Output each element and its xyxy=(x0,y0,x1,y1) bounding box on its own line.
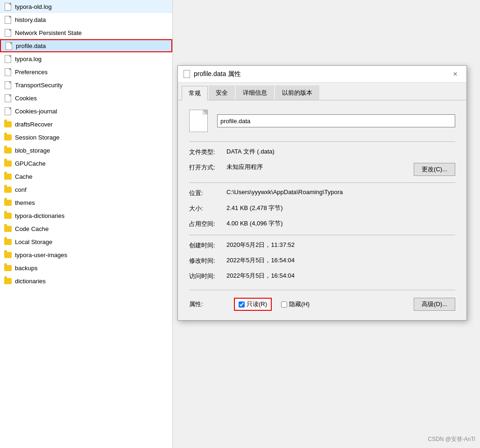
sizeondisk-row: 占用空间: 4.00 KB (4,096 字节) xyxy=(189,219,455,228)
created-label: 创建时间: xyxy=(189,241,226,250)
location-row: 位置: C:\Users\yyywxk\AppData\Roaming\Typo… xyxy=(189,189,455,197)
dialog-title-text: profile.data 属性 xyxy=(194,70,241,78)
file-name: Session Storage xyxy=(15,134,59,141)
folder-icon xyxy=(4,174,12,180)
folder-icon xyxy=(4,187,12,193)
file-explorer: typora-old.loghistory.dataNetwork Persis… xyxy=(0,0,173,448)
file-name: TransportSecurity xyxy=(15,82,63,89)
folder-icon xyxy=(4,121,12,127)
file-item[interactable]: TransportSecurity xyxy=(0,78,172,91)
file-item[interactable]: typora-old.log xyxy=(0,0,172,13)
folder-icon xyxy=(4,200,12,206)
tab-安全[interactable]: 安全 xyxy=(209,85,235,100)
tab-详细信息[interactable]: 详细信息 xyxy=(236,85,274,100)
size-row: 大小: 2.41 KB (2,478 字节) xyxy=(189,204,455,213)
openwith-label: 打开方式: xyxy=(189,163,226,172)
accessed-label: 访问时间: xyxy=(189,272,226,280)
file-item[interactable]: history.data xyxy=(0,13,172,26)
file-name: typora.log xyxy=(15,56,42,63)
readonly-checkbox-container: 只读(R) xyxy=(234,298,272,311)
sizeondisk-value: 4.00 KB (4,096 字节) xyxy=(226,219,455,228)
file-name: Cookies xyxy=(15,95,37,102)
folder-icon xyxy=(4,239,12,245)
dialog-tabs: 常规安全详细信息以前的版本 xyxy=(178,83,466,100)
filename-icon xyxy=(189,110,208,132)
folder-icon xyxy=(4,134,12,140)
file-item[interactable]: profile.data xyxy=(0,39,172,52)
folder-icon xyxy=(4,161,12,167)
size-value: 2.41 KB (2,478 字节) xyxy=(226,204,455,212)
prop-table: 文件类型: DATA 文件 (.data) 打开方式: 未知应用程序 更改(C)… xyxy=(189,147,455,280)
file-name: history.data xyxy=(15,16,46,23)
attrs-label: 属性: xyxy=(189,300,226,308)
file-name: themes xyxy=(15,199,35,206)
filetype-row: 文件类型: DATA 文件 (.data) xyxy=(189,147,455,156)
accessed-row: 访问时间: 2022年5月5日，16:54:04 xyxy=(189,272,455,280)
tab-常规[interactable]: 常规 xyxy=(182,86,208,100)
file-name: Code Cache xyxy=(15,225,49,232)
file-item[interactable]: Session Storage xyxy=(0,131,172,144)
folder-icon xyxy=(4,265,12,271)
file-name: Cache xyxy=(15,173,33,180)
file-item[interactable]: Local Storage xyxy=(0,235,172,248)
change-button[interactable]: 更改(C)... xyxy=(414,163,455,176)
file-icon xyxy=(5,68,11,76)
file-name: typora-user-images xyxy=(15,252,67,259)
tab-以前的版本[interactable]: 以前的版本 xyxy=(275,85,319,100)
created-row: 创建时间: 2020年5月2日，11:37:52 xyxy=(189,241,455,250)
file-list: typora-old.loghistory.dataNetwork Persis… xyxy=(0,0,172,287)
hidden-checkbox[interactable] xyxy=(281,301,287,308)
separator-3 xyxy=(189,235,455,235)
advanced-button[interactable]: 高级(D)... xyxy=(414,298,455,311)
file-name: typora-dictionaries xyxy=(15,212,64,219)
separator-1 xyxy=(189,141,455,142)
file-icon xyxy=(5,81,11,89)
filename-input[interactable] xyxy=(217,114,455,127)
file-name: typora-old.log xyxy=(15,3,52,10)
properties-dialog: profile.data 属性 × 常规安全详细信息以前的版本 文件类型: DA… xyxy=(177,65,467,321)
openwith-value: 未知应用程序 xyxy=(226,163,406,171)
file-name: Network Persistent State xyxy=(15,29,82,36)
sizeondisk-label: 占用空间: xyxy=(189,219,226,228)
readonly-checkbox[interactable] xyxy=(239,301,245,308)
created-value: 2020年5月2日，11:37:52 xyxy=(226,241,455,249)
file-item[interactable]: Cookies-journal xyxy=(0,105,172,118)
watermark: CSDN @安替-AnTi xyxy=(428,435,475,443)
file-name: backups xyxy=(15,265,37,272)
file-item[interactable]: Cache xyxy=(0,170,172,183)
location-value: C:\Users\yyywxk\AppData\Roaming\Typora xyxy=(226,189,455,196)
file-item[interactable]: backups xyxy=(0,261,172,274)
file-item[interactable]: blob_storage xyxy=(0,144,172,157)
file-icon xyxy=(6,42,12,50)
file-name: Cookies-journal xyxy=(15,108,57,115)
dialog-file-icon xyxy=(184,70,190,78)
file-item[interactable]: typora-dictionaries xyxy=(0,209,172,222)
file-item[interactable]: dictionaries xyxy=(0,274,172,287)
file-name: conf xyxy=(15,186,27,193)
file-name: profile.data xyxy=(16,42,46,49)
file-item[interactable]: typora-user-images xyxy=(0,248,172,261)
file-name: blob_storage xyxy=(15,147,50,154)
location-label: 位置: xyxy=(189,189,226,197)
file-item[interactable]: draftsRecover xyxy=(0,118,172,131)
file-item[interactable]: Preferences xyxy=(0,65,172,78)
file-icon xyxy=(5,107,11,115)
hidden-label: 隐藏(H) xyxy=(289,300,310,308)
close-button[interactable]: × xyxy=(450,69,461,80)
file-item[interactable]: Code Cache xyxy=(0,222,172,235)
file-item[interactable]: Cookies xyxy=(0,91,172,105)
hidden-checkbox-container: 隐藏(H) xyxy=(281,300,310,308)
file-name: dictionaries xyxy=(15,278,46,285)
file-item[interactable]: Network Persistent State xyxy=(0,26,172,39)
file-item[interactable]: typora.log xyxy=(0,52,172,65)
folder-icon xyxy=(4,252,12,258)
file-icon xyxy=(5,55,11,63)
file-item[interactable]: conf xyxy=(0,183,172,196)
readonly-label: 只读(R) xyxy=(247,300,267,308)
file-icon xyxy=(5,94,11,102)
file-item[interactable]: themes xyxy=(0,196,172,209)
file-name: Local Storage xyxy=(15,238,52,245)
file-icon xyxy=(5,16,11,24)
dialog-title-left: profile.data 属性 xyxy=(184,70,241,78)
file-item[interactable]: GPUCache xyxy=(0,157,172,170)
